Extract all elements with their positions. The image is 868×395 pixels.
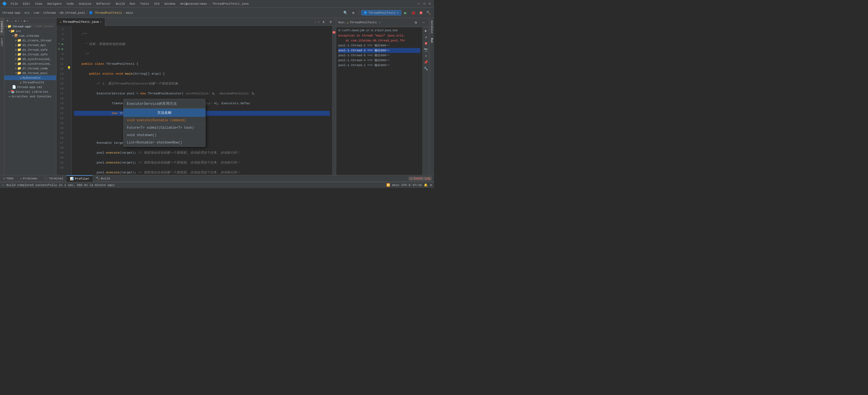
menu-vcs[interactable]: VCS — [152, 2, 162, 6]
tree-com-itheima[interactable]: ▼ 📦 com.itheima — [4, 33, 56, 38]
tree-myrunnable[interactable]: ☕ MyRunnable — [4, 76, 56, 80]
breadcrumb-com[interactable]: com — [34, 11, 39, 15]
menu-run[interactable]: Run — [127, 2, 137, 6]
breadcrumb-d8[interactable]: d8_thread_pool — [60, 11, 85, 15]
code-line-9: // 1. 通过ThreadPoolExecutor创建一个线程池对象。 — [74, 81, 330, 86]
project-down-icon[interactable]: ↓ — [21, 20, 23, 23]
search-everywhere-button[interactable]: 🔍 — [342, 9, 349, 16]
tree-d8[interactable]: ▼ 📂 d8_thread_pool — [4, 71, 56, 76]
project-collapse-icon[interactable]: ↑ — [18, 20, 20, 23]
run-stop-btn[interactable]: ⏹ — [424, 41, 428, 46]
run-pin-btn[interactable]: 📌 — [423, 60, 429, 65]
breadcrumb: thread-app › src › com › itheima › d8_th… — [2, 11, 133, 15]
sidebar-tab-run[interactable]: Run — [430, 36, 434, 45]
breadcrumb-class[interactable]: 🔵 ThreadPoolTest1 — [89, 11, 122, 15]
popup-method-4[interactable]: List<Runnable> shutdownNow() — [124, 139, 205, 146]
tree-root[interactable]: ▼ 📁 thread-app D:\code\javase — [4, 24, 56, 29]
run-camera-btn[interactable]: 📷 — [423, 47, 429, 52]
panel-tab-project[interactable]: Project — [0, 18, 4, 35]
window-controls[interactable]: — ❐ ✕ — [416, 2, 432, 6]
minimize-button[interactable]: — — [416, 2, 421, 6]
scroll-indicator[interactable] — [332, 26, 336, 175]
run-icon: ☕ — [347, 21, 348, 24]
stop-button[interactable]: ⏹ — [417, 9, 424, 16]
tree-d1[interactable]: ▶ 📁 d1_create_thread — [4, 38, 56, 43]
notifications[interactable]: 🔔 — [424, 183, 428, 187]
tree-d6[interactable]: ▶ 📁 d6_synchronized_ — [4, 61, 56, 66]
tree-d4[interactable]: ▶ 📁 d4_thread_safe — [4, 52, 56, 57]
run-panel-settings[interactable]: ⚙ — [413, 19, 419, 26]
run-tab-label[interactable]: Run: — [338, 21, 345, 24]
bottom-tab-todo[interactable]: ☑ TODO — [0, 175, 17, 182]
popup-method-2[interactable]: Future<T> submit(Callable<T> task) — [124, 124, 205, 132]
run-config-selector[interactable]: 🔷 ThreadPoolTest1 ▾ — [361, 10, 401, 16]
tree-src[interactable]: ▼ 📂 src — [4, 29, 56, 33]
bottom-tab-profiler[interactable]: 📊 Profiler — [67, 175, 93, 182]
breadcrumb-src[interactable]: src — [24, 11, 30, 15]
tree-d2[interactable]: ▶ 📁 d2_thread_api — [4, 43, 56, 48]
menu-file[interactable]: File — [8, 2, 20, 6]
sidebar-tab-database[interactable]: Database — [430, 18, 434, 36]
run-button[interactable]: ▶ — [402, 9, 409, 16]
event-log-badge[interactable]: 1 Event Log — [408, 177, 432, 180]
breadcrumb-project[interactable]: thread-app — [2, 11, 20, 15]
run-restart-btn[interactable]: ▶ — [425, 28, 427, 33]
menu-code[interactable]: Code — [64, 2, 76, 6]
breadcrumb-itheima[interactable]: itheima — [43, 11, 56, 15]
run-panel-close[interactable]: ✕ — [379, 21, 380, 24]
tree-scratches[interactable]: ✏ Scratches and Consoles — [4, 94, 56, 99]
line-numbers: 4 5 6 7 ▶ 8 ▶ 9 10 11 12 13 14 15 16 17 — [57, 26, 66, 175]
project-settings-icon[interactable]: ⚙ — [24, 19, 26, 23]
tree-d3[interactable]: ▶ 📁 d3_thread_safe — [4, 48, 56, 52]
menu-analyze[interactable]: Analyze — [76, 2, 93, 6]
encoding[interactable]: UTF-8 — [401, 184, 410, 187]
run-rerun-btn[interactable]: ↺ — [425, 34, 427, 40]
run-wrench-btn[interactable]: 🔧 — [423, 66, 429, 71]
panel-tab-learn[interactable]: Learn — [0, 35, 4, 49]
tree-external-libs[interactable]: ▶ 📚 External Libraries — [4, 89, 56, 94]
breadcrumb-method[interactable]: main — [126, 11, 133, 15]
menu-view[interactable]: View — [33, 2, 44, 6]
nav-down-button[interactable]: ∨ — [328, 19, 334, 25]
tab-close-button[interactable]: ✕ — [100, 20, 102, 24]
project-expand-icon[interactable]: ≡ — [15, 20, 17, 23]
run-scroll-btn[interactable]: ⬇ — [425, 54, 427, 59]
code-line-4: /** — [74, 32, 330, 37]
tree-d7[interactable]: ▶ 📁 d7_thread_comm — [4, 66, 56, 71]
output-line-1: pool-1-thread-2 ==> 输出666~~ — [338, 43, 420, 48]
menu-tools[interactable]: Tools — [138, 2, 151, 6]
menu-window[interactable]: Window — [162, 2, 178, 6]
tab-label: ThreadPoolTest1.java — [63, 20, 99, 24]
tree-d5[interactable]: ▶ 📁 d5_synchronized_ — [4, 57, 56, 61]
menu-bar[interactable]: File Edit View Navigate Code Analyze Ref… — [8, 2, 190, 6]
run-panel: Run: ☕ ThreadPoolTest1 ✕ ⚙ — D:\soft\Jav… — [336, 18, 429, 175]
close-button[interactable]: ✕ — [427, 2, 432, 6]
run-config-name[interactable]: ThreadPoolTest1 — [350, 21, 377, 24]
menu-build[interactable]: Build — [114, 2, 127, 6]
tree-iml[interactable]: 📄 thread-app.iml — [4, 85, 56, 89]
bottom-tab-problems[interactable]: ⚠ Problems — [17, 175, 40, 182]
menu-edit[interactable]: Edit — [21, 2, 32, 6]
tree-threadpooltest[interactable]: ☕ ThreadPoolTe — [4, 80, 56, 85]
window-title: javasepromax - ThreadPoolTest1.java — [185, 2, 249, 5]
run-panel-minimize[interactable]: — — [420, 19, 427, 26]
popup-method-1[interactable]: void execute(Runnable command) — [124, 117, 205, 124]
project-minimize-icon[interactable]: — — [27, 20, 29, 23]
maximize-button[interactable]: ❐ — [422, 2, 426, 6]
settings-button[interactable]: ⚙ — [350, 9, 356, 16]
bottom-tab-terminal[interactable]: ⬛ Terminal — [40, 175, 67, 182]
output-line-2[interactable]: pool-1-thread-3 ==> 输出666~~ — [338, 48, 420, 53]
build-button[interactable]: 🔨 — [425, 9, 432, 16]
menu-navigate[interactable]: Navigate — [45, 2, 64, 6]
output-error-1: Exception in thread "main" java.util. — [338, 33, 420, 38]
nav-up-button[interactable]: ∧ — [320, 19, 327, 25]
debug-button[interactable]: 🐞 — [410, 9, 416, 16]
editor-tab-threadpooltest[interactable]: ☕ ThreadPoolTest1.java ✕ — [57, 18, 105, 26]
popup-method-3[interactable]: void shutdown() — [124, 132, 205, 139]
menu-refactor[interactable]: Refactor — [94, 2, 113, 6]
git-branch[interactable]: 🔀 main — [386, 183, 399, 187]
bottom-section: ☑ TODO ⚠ Problems ⬛ Terminal 📊 Profiler … — [0, 175, 434, 198]
sidebar-right: Database Run — [429, 18, 434, 175]
settings-icon-status[interactable]: ⚙ — [430, 183, 432, 187]
bottom-tab-build[interactable]: 🔨 Build — [93, 175, 113, 182]
